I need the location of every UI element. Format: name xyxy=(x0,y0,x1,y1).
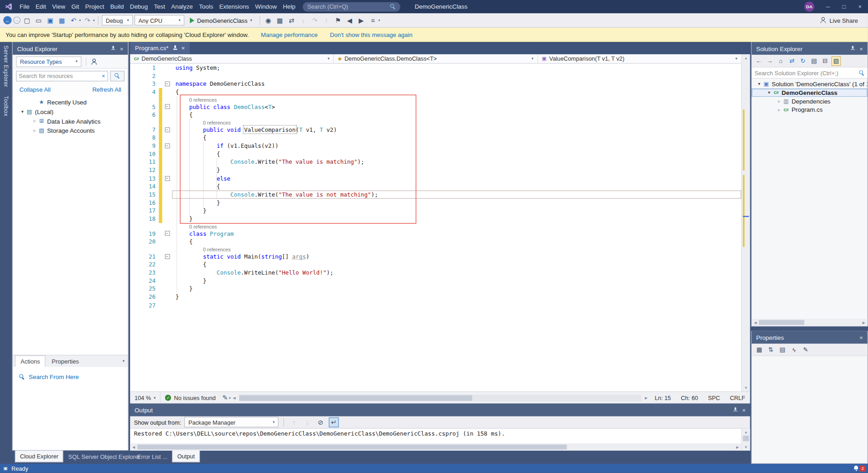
code-line-23[interactable]: 23 Console.WriteLine("Hello World!"); xyxy=(130,269,741,277)
code-line-26[interactable]: 26} xyxy=(130,293,741,301)
scroll-right-icon[interactable]: ▶ xyxy=(860,320,868,325)
outlining-margin[interactable] xyxy=(162,285,172,293)
code-text[interactable]: { xyxy=(172,134,741,142)
menu-test[interactable]: Test xyxy=(151,0,168,13)
outlining-margin[interactable] xyxy=(162,293,172,301)
code-text[interactable]: { xyxy=(172,150,741,158)
menu-file[interactable]: File xyxy=(16,0,32,13)
code-line-15[interactable]: 15 Console.Write("The value is not match… xyxy=(130,190,741,198)
preview-selected-icon[interactable]: ▨ xyxy=(832,56,841,66)
expand-icon[interactable]: ▹ xyxy=(776,107,782,112)
code-text[interactable]: } xyxy=(172,207,741,215)
close-tab-icon[interactable]: × xyxy=(181,45,185,52)
breakpoint-margin[interactable] xyxy=(130,174,141,182)
outlining-margin[interactable]: − xyxy=(162,252,172,260)
dont-show-again-link[interactable]: Don't show this message again xyxy=(330,31,412,38)
menu-help[interactable]: Help xyxy=(280,0,298,13)
breakpoint-margin[interactable] xyxy=(130,198,141,207)
scroll-left-icon[interactable]: ◀ xyxy=(231,395,238,400)
sync-active-document-icon[interactable]: ⇄ xyxy=(787,56,797,66)
menu-analyze[interactable]: Analyze xyxy=(168,0,196,13)
outlining-margin[interactable] xyxy=(162,64,172,72)
code-text[interactable]: { xyxy=(172,260,741,269)
events-icon[interactable]: ϟ xyxy=(790,345,799,354)
code-text[interactable]: } xyxy=(172,166,741,174)
tab-actions[interactable]: Actions xyxy=(15,355,46,367)
breakpoint-margin[interactable] xyxy=(130,293,141,301)
outlining-margin[interactable]: − xyxy=(162,229,172,238)
cloud-search-input[interactable] xyxy=(19,73,99,79)
scroll-left-icon[interactable]: ◀ xyxy=(752,320,759,325)
bottom-tab-output[interactable]: Output xyxy=(172,451,200,462)
breakpoint-margin[interactable] xyxy=(130,246,141,253)
breakpoint-margin[interactable] xyxy=(130,301,141,309)
redo-icon[interactable]: ↷ xyxy=(83,15,93,25)
scroll-right-icon[interactable]: ▶ xyxy=(643,395,650,400)
account-icon[interactable] xyxy=(91,58,97,64)
forward-icon[interactable]: → xyxy=(765,56,774,66)
status-column[interactable]: Ch: 60 xyxy=(676,395,703,401)
breakpoint-margin[interactable] xyxy=(130,158,141,166)
outlining-margin[interactable] xyxy=(162,207,172,215)
notifications-bell-icon[interactable] xyxy=(853,466,858,471)
open-file-icon[interactable]: ▭ xyxy=(34,15,44,25)
breakpoint-margin[interactable] xyxy=(130,150,141,158)
clear-all-icon[interactable]: ⊘ xyxy=(316,417,326,427)
collapse-toggle-icon[interactable]: − xyxy=(165,254,170,259)
tree-item-data-lake-analytics[interactable]: ▹⊞Data Lake Analytics xyxy=(13,116,128,126)
collapse-toggle-icon[interactable]: − xyxy=(165,231,170,236)
collapse-toggle-icon[interactable]: − xyxy=(165,143,170,148)
menu-tools[interactable]: Tools xyxy=(196,0,216,13)
bottom-tab-error-list[interactable]: Error List ... xyxy=(133,451,172,462)
scroll-left-icon[interactable]: ◀ xyxy=(130,445,137,449)
close-panel-icon[interactable]: × xyxy=(859,334,863,341)
code-line-5[interactable]: 5− public class DemoClass<T> xyxy=(130,103,741,111)
menu-extensions[interactable]: Extensions xyxy=(216,0,252,13)
outlining-margin[interactable] xyxy=(162,166,172,174)
code-text[interactable]: else xyxy=(172,174,741,182)
codelens-row[interactable]: 0 references xyxy=(130,96,741,103)
breakpoint-margin[interactable] xyxy=(130,182,141,191)
code-line-18[interactable]: 18 } xyxy=(130,215,741,223)
tree-item-local[interactable]: ▾▤(Local) xyxy=(13,107,128,116)
close-panel-icon[interactable]: × xyxy=(859,45,863,52)
scroll-right-icon[interactable]: ▶ xyxy=(734,445,741,449)
breakpoint-margin[interactable] xyxy=(130,269,141,277)
tree-item-demogenericclass[interactable]: ▾C#DemoGenericClass xyxy=(752,88,868,97)
outlining-margin[interactable] xyxy=(162,150,172,158)
output-source-dropdown[interactable]: Package Manager ▾ xyxy=(184,417,278,427)
breakpoint-margin[interactable] xyxy=(130,119,141,126)
code-text[interactable]: namespace DemoGenericClass xyxy=(172,80,741,88)
code-line-17[interactable]: 17 } xyxy=(130,207,741,215)
tree-item-storage-accounts[interactable]: ▹▤Storage Accounts xyxy=(13,125,128,135)
code-text[interactable]: } xyxy=(172,276,741,285)
codelens-row[interactable]: 0 references xyxy=(130,119,741,126)
code-text[interactable]: { xyxy=(172,88,741,96)
quick-search-input[interactable] xyxy=(307,3,387,10)
breakpoint-margin[interactable] xyxy=(130,72,141,80)
breakpoint-margin[interactable] xyxy=(130,215,141,223)
panel-splitter[interactable] xyxy=(751,327,868,331)
collapse-all-link[interactable]: Collapse All xyxy=(19,86,50,93)
breadcrumb-class[interactable]: ◆ DemoGenericClass.DemoClass<T> ▾ xyxy=(334,54,538,63)
tree-item-recently-used[interactable]: ★Recently Used xyxy=(13,98,128,107)
resource-types-dropdown[interactable]: Resource Types ▾ xyxy=(16,56,81,67)
next-bookmark-icon[interactable]: ▶ xyxy=(356,15,366,25)
manage-performance-link[interactable]: Manage performance xyxy=(261,31,318,38)
code-text[interactable]: 0 references xyxy=(172,96,741,103)
output-horizontal-scrollbar[interactable]: ◀ ▶ xyxy=(130,443,741,451)
code-text[interactable]: { xyxy=(172,111,741,119)
outlining-margin[interactable] xyxy=(162,301,172,309)
status-spaces[interactable]: SPC xyxy=(703,395,725,401)
code-line-13[interactable]: 13− else xyxy=(130,174,741,182)
code-text[interactable]: Console.Write("The value is matching"); xyxy=(172,158,741,166)
code-line-14[interactable]: 14 { xyxy=(130,182,741,191)
outlining-margin[interactable] xyxy=(162,246,172,253)
undo-icon[interactable]: ↶ xyxy=(68,15,78,25)
breakpoint-margin[interactable] xyxy=(130,64,141,72)
outlining-margin[interactable] xyxy=(162,158,172,166)
outlining-margin[interactable] xyxy=(162,238,172,246)
scroll-down-icon[interactable]: ▼ xyxy=(742,384,750,391)
save-icon[interactable]: ▣ xyxy=(46,15,56,25)
tree-item-solution-demogenericclass-1-of-1-project[interactable]: ▾▣Solution 'DemoGenericClass' (1 of 1 pr… xyxy=(752,80,868,88)
